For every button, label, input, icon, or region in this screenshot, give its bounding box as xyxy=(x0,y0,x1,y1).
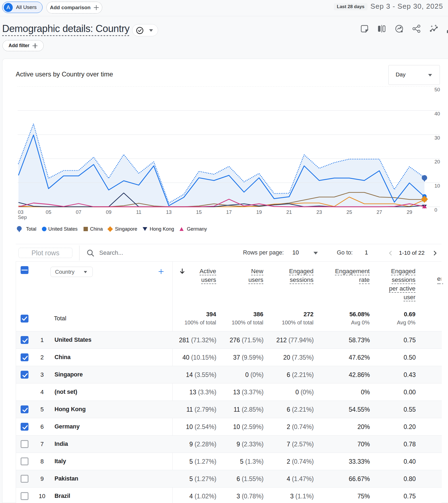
svg-text:50: 50 xyxy=(434,87,440,92)
svg-text:07: 07 xyxy=(76,209,82,215)
svg-text:23: 23 xyxy=(316,209,322,215)
svg-text:Sep: Sep xyxy=(18,214,27,220)
svg-text:25: 25 xyxy=(347,209,352,215)
svg-text:United States: United States xyxy=(48,226,78,232)
svg-text:Germany: Germany xyxy=(187,226,207,232)
svg-text:China: China xyxy=(90,226,103,232)
svg-text:40: 40 xyxy=(434,111,440,117)
svg-text:05: 05 xyxy=(46,209,52,215)
svg-text:03: 03 xyxy=(18,209,24,215)
svg-text:Singapore: Singapore xyxy=(115,226,137,232)
svg-text:15: 15 xyxy=(196,209,202,215)
svg-text:20: 20 xyxy=(434,159,440,165)
svg-text:27: 27 xyxy=(377,209,382,215)
svg-text:0: 0 xyxy=(434,207,437,213)
svg-text:13: 13 xyxy=(166,209,172,215)
svg-text:Hong Kong: Hong Kong xyxy=(150,226,174,232)
svg-text:21: 21 xyxy=(286,209,292,215)
svg-text:11: 11 xyxy=(136,209,141,215)
svg-text:10: 10 xyxy=(434,183,440,189)
svg-text:17: 17 xyxy=(226,209,232,215)
svg-text:29: 29 xyxy=(407,209,412,215)
svg-text:Total: Total xyxy=(26,226,36,232)
svg-text:09: 09 xyxy=(106,209,111,215)
svg-text:30: 30 xyxy=(434,135,440,141)
svg-text:19: 19 xyxy=(256,209,262,215)
